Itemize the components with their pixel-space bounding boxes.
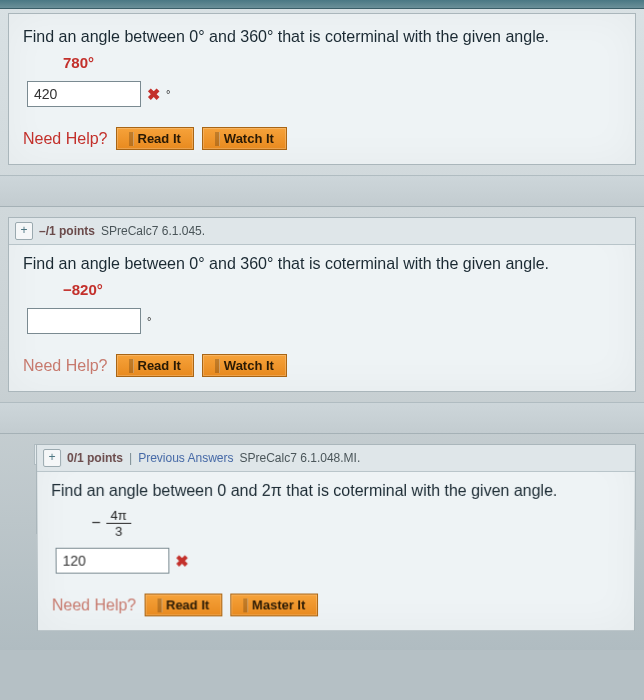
given-angle: −820°	[63, 281, 621, 298]
need-help-label: Need Help?	[23, 357, 108, 375]
degree-unit: °	[147, 315, 151, 327]
question-panel-3: + 0/1 points | Previous Answers SPreCalc…	[36, 444, 636, 631]
source-label: SPreCalc7 6.1.045.	[101, 224, 205, 238]
answer-input[interactable]: 420	[27, 81, 141, 107]
watch-it-button[interactable]: Watch It	[202, 127, 287, 150]
meta-bar: + 0/1 points | Previous Answers SPreCalc…	[37, 445, 635, 472]
question-prompt: Find an angle between 0 and 2π that is c…	[51, 482, 621, 500]
read-it-button[interactable]: Read It	[144, 594, 222, 617]
negative-sign: −	[91, 514, 100, 532]
expand-button[interactable]: +	[43, 449, 61, 467]
separator	[0, 402, 644, 434]
button-label: Read It	[166, 598, 209, 613]
answer-input[interactable]: 120	[56, 548, 170, 574]
wrong-icon: ✖	[147, 85, 160, 104]
fraction-numerator: 4π	[107, 508, 131, 524]
answer-row: 120 ✖	[56, 548, 621, 574]
help-row: Need Help? Read It Watch It	[23, 348, 621, 377]
window-top-strip	[0, 0, 644, 9]
separator	[0, 175, 644, 207]
points-label: –/1 points	[39, 224, 95, 238]
question-prompt: Find an angle between 0° and 360° that i…	[23, 28, 621, 46]
previous-answers-link[interactable]: Previous Answers	[138, 451, 233, 465]
button-label: Read It	[138, 358, 181, 373]
source-label: SPreCalc7 6.1.048.MI.	[240, 451, 361, 465]
question-prompt: Find an angle between 0° and 360° that i…	[23, 255, 621, 273]
meta-bar: + –/1 points SPreCalc7 6.1.045.	[9, 218, 635, 245]
need-help-label: Need Help?	[52, 596, 136, 614]
watch-it-button[interactable]: Watch It	[202, 354, 287, 377]
help-row: Need Help? Read It Watch It	[23, 121, 621, 150]
wrong-icon: ✖	[175, 551, 188, 570]
given-angle: 780°	[63, 54, 621, 71]
read-it-button[interactable]: Read It	[116, 354, 194, 377]
question-panel-2: + –/1 points SPreCalc7 6.1.045. Find an …	[8, 217, 636, 392]
points-label: 0/1 points	[67, 451, 123, 465]
button-label: Watch It	[224, 358, 274, 373]
question-panel-1: Find an angle between 0° and 360° that i…	[8, 13, 636, 165]
button-label: Watch It	[224, 131, 274, 146]
given-angle: − 4π 3	[51, 508, 620, 538]
fraction-denominator: 3	[115, 524, 122, 538]
answer-row: 420 ✖ °	[27, 81, 621, 107]
read-it-button[interactable]: Read It	[116, 127, 194, 150]
expand-button[interactable]: +	[15, 222, 33, 240]
button-label: Read It	[138, 131, 181, 146]
help-row: Need Help? Read It Master It	[52, 588, 620, 617]
answer-input[interactable]	[27, 308, 141, 334]
master-it-button[interactable]: Master It	[230, 594, 318, 617]
button-label: Master It	[252, 598, 305, 613]
answer-row: °	[27, 308, 621, 334]
need-help-label: Need Help?	[23, 130, 108, 148]
degree-unit: °	[166, 88, 170, 100]
